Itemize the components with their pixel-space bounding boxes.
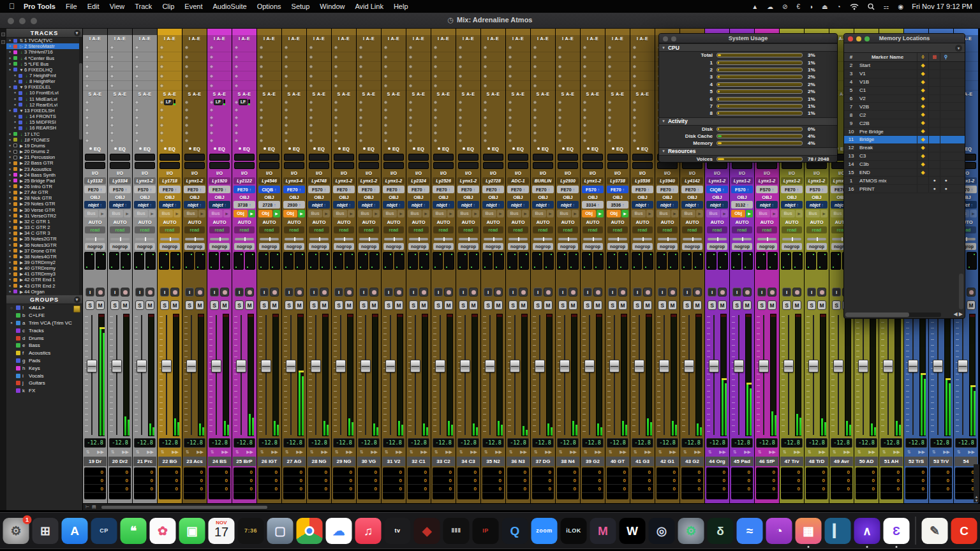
- track-list-item-27[interactable]: ●▶27 Air GTR: [6, 189, 82, 195]
- insert-slot[interactable]: [406, 62, 431, 71]
- send-slot[interactable]: [630, 129, 655, 136]
- send-slot[interactable]: [332, 121, 356, 129]
- track-name-plate[interactable]: 23 Acs: [183, 457, 206, 466]
- insert-slot[interactable]: [182, 52, 207, 62]
- pan-grid-display[interactable]: [258, 252, 269, 270]
- send-slot[interactable]: [431, 121, 456, 129]
- send-slot[interactable]: [630, 121, 655, 129]
- send-slot[interactable]: [630, 106, 655, 114]
- track-name-plate[interactable]: 25 BrP: [233, 457, 256, 466]
- send-slot[interactable]: [605, 136, 630, 144]
- group-assign-button[interactable]: nogrop: [334, 243, 354, 250]
- minimize-icon[interactable]: [856, 36, 861, 41]
- insert-slot[interactable]: [581, 81, 605, 91]
- track-name-plate[interactable]: 36 N3: [507, 457, 530, 466]
- group-list-item-c[interactable]: cTracks: [6, 327, 82, 334]
- track-list-item-41[interactable]: ●▶41 GTRDrmy3: [6, 271, 82, 277]
- insert-display-box[interactable]: [583, 154, 603, 161]
- insert-display-box[interactable]: [160, 162, 180, 169]
- bus-obj-arrow-button[interactable]: ▶: [696, 210, 703, 217]
- group-list-item-k[interactable]: kFX: [6, 387, 82, 395]
- pan-slider[interactable]: [533, 238, 553, 240]
- eq-row[interactable]: EQ: [332, 144, 356, 153]
- send-slot[interactable]: [431, 98, 456, 106]
- track-list-item-4[interactable]: ●↓4 *Center Bus: [6, 55, 82, 61]
- insert-slot[interactable]: [556, 43, 580, 52]
- output-path-button[interactable]: FE70↑: [632, 186, 653, 193]
- send-slot[interactable]: [307, 106, 331, 114]
- send-slot[interactable]: [506, 121, 530, 129]
- insert-slot[interactable]: [556, 81, 580, 91]
- insert-display-box[interactable]: [284, 154, 304, 161]
- send-slot[interactable]: [307, 136, 331, 144]
- send-slot[interactable]: [431, 136, 456, 144]
- bus-obj-arrow-button[interactable]: ▶: [572, 210, 579, 217]
- eq-row[interactable]: EQ: [282, 144, 306, 153]
- insert-slot[interactable]: [332, 52, 356, 62]
- bus-obj-arrow-button[interactable]: ▶: [373, 210, 380, 217]
- input-monitor-button[interactable]: I: [484, 288, 493, 297]
- solo-button[interactable]: S: [185, 300, 194, 310]
- dock-icon-icloud[interactable]: ☁: [326, 518, 352, 544]
- bus-obj-toggle-button[interactable]: Bus: [358, 210, 372, 217]
- storage-icon[interactable]: ⚏: [884, 3, 889, 10]
- volume-fader[interactable]: [634, 360, 644, 372]
- pan-grid-display[interactable]: [507, 252, 517, 270]
- volume-fader[interactable]: [485, 360, 495, 372]
- insert-slot[interactable]: [630, 43, 655, 52]
- pan-grid-display[interactable]: [706, 252, 716, 270]
- input-path-button[interactable]: Lynx1-2: [333, 177, 355, 184]
- pan-grid-display[interactable]: [593, 252, 604, 270]
- nudge-arrows-icon[interactable]: ⇅: [907, 448, 911, 456]
- pan-slider[interactable]: [484, 238, 503, 240]
- record-arm-button[interactable]: [195, 288, 204, 297]
- bus-obj-toggle-button[interactable]: Bus: [681, 210, 695, 217]
- solo-button[interactable]: S: [807, 300, 816, 310]
- track-list-item-35[interactable]: ●▶35 Notes2GTR: [6, 236, 82, 242]
- send-slot[interactable]: [307, 129, 331, 136]
- track-name-plate[interactable]: 51 AH: [880, 457, 903, 466]
- record-arm-button[interactable]: [817, 288, 826, 297]
- eq-row[interactable]: EQ: [456, 144, 480, 153]
- automation-mode-button[interactable]: read: [533, 226, 553, 233]
- pan-slider[interactable]: [235, 238, 254, 240]
- object-assign-button[interactable]: nbjct↑: [433, 201, 454, 209]
- solo-button[interactable]: S: [782, 300, 791, 310]
- pan-slider[interactable]: [160, 238, 179, 240]
- output-path-button[interactable]: FE70↑: [457, 186, 479, 193]
- pan-grid-display[interactable]: [482, 252, 493, 270]
- insert-slot[interactable]: [257, 81, 281, 91]
- input-path-button[interactable]: Lynx1-2: [457, 177, 479, 184]
- pan-grid-display[interactable]: [806, 252, 816, 270]
- solo-button[interactable]: S: [85, 300, 94, 310]
- input-monitor-button[interactable]: I: [732, 288, 741, 297]
- group-assign-button[interactable]: nogrop: [408, 243, 429, 250]
- input-monitor-button[interactable]: I: [832, 288, 841, 297]
- nudge-arrows-icon[interactable]: ⇅: [86, 448, 90, 456]
- nudge-arrows-icon[interactable]: ⇅: [211, 448, 214, 456]
- send-slot[interactable]: [357, 114, 381, 121]
- bus-obj-toggle-button[interactable]: Bus: [756, 210, 770, 217]
- dock-icon-avid[interactable]: ∧: [854, 518, 880, 544]
- eq-row[interactable]: EQ: [556, 144, 580, 153]
- object-assign-button[interactable]: nbjct↑: [657, 201, 678, 209]
- input-monitor-button[interactable]: I: [434, 288, 443, 297]
- track-list-item-30[interactable]: ●▶30 Verse GTR: [6, 207, 82, 213]
- nudge-arrows-icon[interactable]: ⇅: [634, 448, 637, 456]
- pan-grid-display[interactable]: [369, 252, 380, 270]
- pan-grid-display[interactable]: [768, 252, 778, 270]
- creative-cloud-icon[interactable]: ☁: [767, 3, 773, 10]
- bus-obj-arrow-button[interactable]: ▶: [746, 210, 753, 217]
- siri-icon[interactable]: ◉: [898, 3, 904, 10]
- insert-display-box[interactable]: [483, 162, 503, 169]
- insert-slot[interactable]: [357, 52, 381, 62]
- mute-button[interactable]: M: [121, 300, 130, 310]
- input-path-button[interactable]: Lynx1-2: [383, 177, 405, 184]
- insert-slot[interactable]: [382, 62, 406, 71]
- automation-mode-button[interactable]: read: [707, 226, 727, 233]
- send-slot[interactable]: [581, 121, 605, 129]
- send-slot[interactable]: [531, 121, 555, 129]
- insert-slot[interactable]: [133, 52, 157, 62]
- dock-icon-delta-app[interactable]: δ: [708, 518, 734, 544]
- send-slot[interactable]: [307, 121, 331, 129]
